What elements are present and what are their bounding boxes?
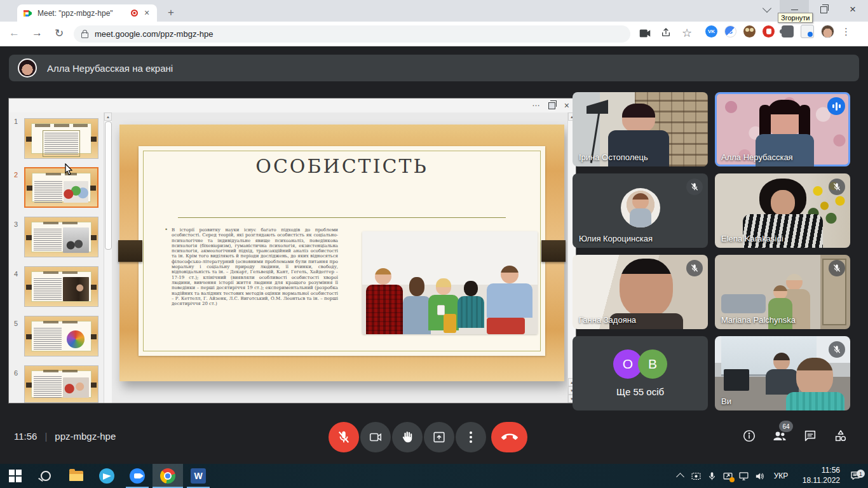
slide-thumbnail-2-selected[interactable] xyxy=(24,167,98,208)
slide-photo xyxy=(362,231,538,334)
share-button[interactable] xyxy=(661,27,671,39)
word-icon: W xyxy=(191,468,206,484)
tray-volume-icon[interactable] xyxy=(752,464,768,488)
more-options-button[interactable] xyxy=(456,422,486,452)
tray-screenrecord-icon[interactable] xyxy=(688,464,704,488)
screen: Meet: "ppz-mbgz-hpe" × + × Згорнути ← → … xyxy=(0,0,868,488)
overflow-participants-tile[interactable]: О В Ще 55 осіб xyxy=(573,336,708,410)
meet-favicon-icon xyxy=(22,8,32,18)
taskbar-chrome-active[interactable] xyxy=(153,464,183,488)
extension-vk-icon[interactable]: VK xyxy=(705,25,717,37)
address-bar[interactable]: meet.google.com/ppz-mbgz-hpe xyxy=(74,25,630,43)
mic-off-icon xyxy=(829,260,845,276)
decor xyxy=(444,314,456,333)
language-indicator[interactable]: УКР xyxy=(768,471,794,480)
chat-button[interactable] xyxy=(803,428,818,444)
chevron-up-icon xyxy=(676,473,684,481)
activities-button[interactable] xyxy=(833,428,848,444)
person-silhouette xyxy=(773,353,790,370)
slide-thumbnail-6[interactable] xyxy=(24,365,98,403)
decor xyxy=(91,334,97,339)
participant-tile-elena[interactable]: Elena Karakasidi xyxy=(715,173,850,248)
camera-in-use-icon[interactable] xyxy=(639,28,651,41)
slide-number: 3 xyxy=(14,220,18,228)
person-silhouette xyxy=(622,104,655,133)
ppt-close-icon[interactable]: × xyxy=(564,100,569,111)
participants-button[interactable]: 64 xyxy=(772,428,787,444)
taskbar-file-explorer[interactable] xyxy=(61,464,92,488)
taskbar-zoom[interactable] xyxy=(122,464,153,488)
tab-meet[interactable]: Meet: "ppz-mbgz-hpe" × xyxy=(17,4,157,22)
participant-name: Ганна Задояна xyxy=(579,315,636,325)
taskbar-date: 18.11.2022 xyxy=(794,476,840,486)
tray-cast-icon[interactable] xyxy=(720,464,736,488)
notification-center-button[interactable]: 1 xyxy=(843,470,868,482)
ppt-menu-ellipsis[interactable]: … xyxy=(532,98,540,108)
window-restore-button[interactable] xyxy=(809,0,838,19)
extension-owl-icon[interactable] xyxy=(743,25,756,37)
taskbar-search-button[interactable] xyxy=(31,464,61,488)
decor xyxy=(43,222,80,224)
extension-translate-icon[interactable]: G xyxy=(724,25,736,37)
slide-panel: ОСОБИСТІСТЬ • В історії розвитку науки і… xyxy=(139,146,545,356)
back-button[interactable]: ← xyxy=(9,27,20,39)
extension-adblock-icon[interactable] xyxy=(763,25,775,37)
tray-network-icon[interactable] xyxy=(736,464,752,488)
browser-menu-kebab-icon[interactable]: ⋮ xyxy=(841,26,851,37)
camera-toggle-button[interactable] xyxy=(360,422,391,452)
slide-thumbnail-4[interactable] xyxy=(24,266,98,307)
extension-screenshot-icon[interactable] xyxy=(801,25,814,38)
leave-call-button[interactable] xyxy=(491,422,527,452)
profile-avatar[interactable] xyxy=(821,25,834,38)
browser-tab-strip: Meet: "ppz-mbgz-hpe" × + × xyxy=(0,0,868,22)
decor xyxy=(43,370,80,372)
slide-number: 1 xyxy=(14,118,18,125)
decor xyxy=(26,137,32,142)
participant-tile-irina[interactable]: Ірина Остополець xyxy=(573,92,708,166)
person-silhouette xyxy=(366,268,403,334)
forward-button[interactable]: → xyxy=(32,27,43,39)
present-screen-button[interactable] xyxy=(424,422,454,452)
tray-expand-button[interactable] xyxy=(672,464,688,488)
participant-tile-hanna[interactable]: Ганна Задояна xyxy=(573,255,708,329)
decor xyxy=(91,137,97,142)
mic-off-icon xyxy=(686,260,703,276)
tray-microphone-icon[interactable] xyxy=(704,464,720,488)
taskbar-word[interactable]: W xyxy=(183,464,214,488)
slide-thumbnail-1[interactable] xyxy=(24,118,98,159)
thumbnail-scrollbar[interactable]: ▲ xyxy=(104,112,112,403)
taskbar-clock[interactable]: 11:56 18.11.2022 xyxy=(794,466,843,485)
decor xyxy=(43,271,80,274)
participant-name: Mariana Palchynska xyxy=(721,315,796,325)
decor xyxy=(90,186,96,191)
chevron-down-icon xyxy=(763,4,771,13)
participant-tile-alla[interactable]: Алла Нерубасская xyxy=(715,92,850,166)
tab-close-icon[interactable]: × xyxy=(142,8,152,18)
new-tab-button[interactable]: + xyxy=(164,6,178,20)
start-button[interactable] xyxy=(0,464,31,488)
decor xyxy=(26,334,32,339)
participant-tile-yuliya[interactable]: Юлия Короцинская xyxy=(573,173,708,248)
raise-hand-button[interactable] xyxy=(392,422,423,452)
presenting-text: Алла Нерубасская на екрані xyxy=(47,63,173,74)
slide-thumbnail-5[interactable] xyxy=(24,316,98,356)
slide-thumbnail-3[interactable] xyxy=(24,217,98,257)
scroll-up-icon[interactable]: ▲ xyxy=(104,112,112,121)
participant-name: Ірина Остополець xyxy=(579,152,648,162)
windows-taskbar: W УКР 11:56 18.11.2022 1 xyxy=(0,464,868,488)
scrollbar-thumb[interactable] xyxy=(105,121,112,250)
tab-search-button[interactable] xyxy=(757,0,776,19)
person-silhouette xyxy=(403,277,431,334)
extensions-puzzle-icon[interactable] xyxy=(782,25,794,37)
mic-toggle-button[interactable] xyxy=(329,422,359,452)
cast-active-dot xyxy=(729,477,735,482)
bookmark-button[interactable]: ☆ xyxy=(682,26,692,40)
ppt-restore-icon[interactable] xyxy=(548,102,555,109)
window-close-button[interactable]: × xyxy=(838,0,867,19)
ppt-titlebar xyxy=(9,98,576,112)
participant-tile-you[interactable]: Ви xyxy=(715,336,850,410)
reload-button[interactable]: ↻ xyxy=(55,27,64,40)
taskbar-telegram[interactable] xyxy=(92,464,122,488)
meeting-details-button[interactable] xyxy=(742,428,757,444)
participant-tile-mariana[interactable]: Mariana Palchynska xyxy=(715,255,850,329)
